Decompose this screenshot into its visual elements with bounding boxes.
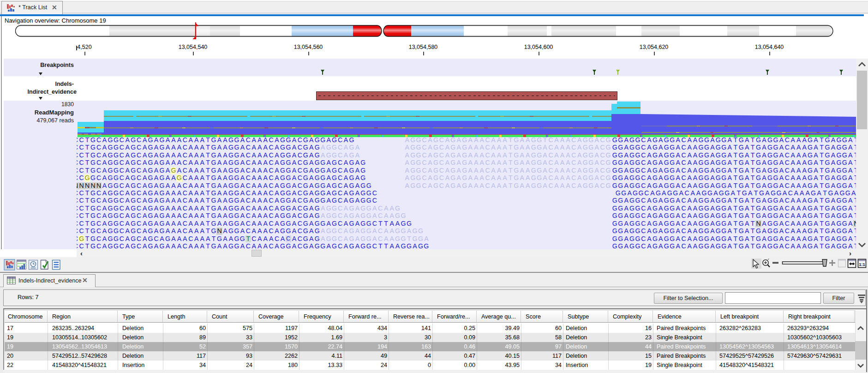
svg-text:1:1: 1:1 xyxy=(859,262,865,267)
